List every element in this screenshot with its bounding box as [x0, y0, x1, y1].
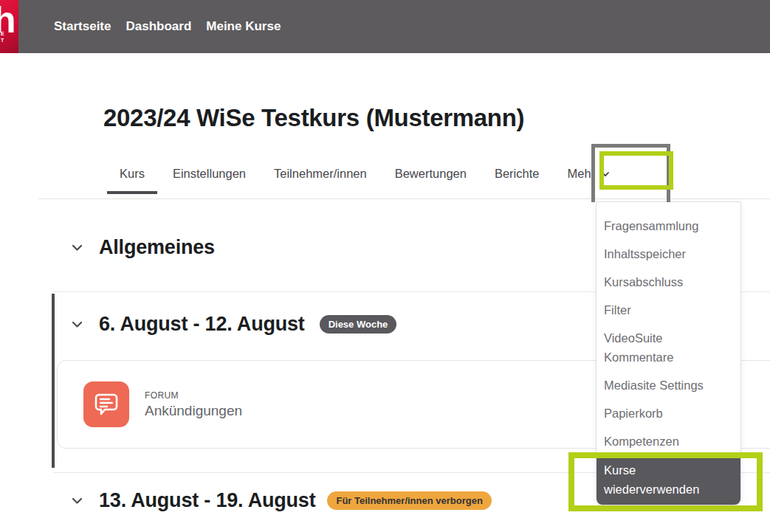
navbar-links: Startseite Dashboard Meine Kurse: [54, 0, 281, 53]
section-allgemeines: Allgemeines: [70, 236, 215, 259]
moodle-course-page: Startseite Dashboard Meine Kurse h E T 2…: [0, 0, 770, 532]
chevron-down-icon[interactable]: [70, 241, 84, 255]
section-week-13-19-august: 13. August - 19. August Für Teilnehmer/i…: [70, 489, 492, 512]
hochschule-logo-icon[interactable]: h E T: [0, 0, 18, 53]
menu-item-videosuite-kommentare[interactable]: VideoSuite Kommentare: [597, 324, 740, 371]
activity-link-ankuendigungen[interactable]: Ankündigungen: [145, 403, 242, 419]
chevron-down-icon[interactable]: [70, 494, 84, 508]
nav-item-meine-kurse[interactable]: Meine Kurse: [206, 19, 281, 34]
section-week-6-12-august: 6. August - 12. August Diese Woche: [70, 313, 396, 336]
menu-item-filter[interactable]: Filter: [597, 296, 740, 324]
course-tabs: Kurs Einstellungen Teilnehmer/innen Bewe…: [106, 156, 624, 194]
nav-item-dashboard[interactable]: Dashboard: [126, 19, 191, 34]
tab-einstellungen[interactable]: Einstellungen: [160, 156, 258, 194]
tab-teilnehmer[interactable]: Teilnehmer/innen: [261, 156, 379, 194]
section-title-week2[interactable]: 13. August - 19. August: [99, 489, 315, 512]
tab-mehr[interactable]: Mehr: [554, 156, 622, 194]
chevron-down-icon: [601, 170, 610, 179]
menu-item-kurse-wiederverwenden[interactable]: Kurse wiederverwenden: [597, 455, 740, 505]
menu-item-inhaltsspeicher[interactable]: Inhaltsspeicher: [597, 240, 740, 268]
forum-activity-row: FORUM Ankündigungen: [83, 381, 242, 427]
tab-kurs[interactable]: Kurs: [107, 156, 157, 194]
activity-text: FORUM Ankündigungen: [145, 390, 242, 419]
menu-item-kompetenzen[interactable]: Kompetenzen: [597, 427, 740, 455]
menu-item-kursabschluss[interactable]: Kursabschluss: [597, 268, 740, 296]
tab-mehr-label: Mehr: [567, 167, 595, 181]
section-title-week1[interactable]: 6. August - 12. August: [99, 313, 305, 336]
page-title: 2023/24 WiSe Testkurs (Mustermann): [103, 104, 524, 132]
tab-berichte[interactable]: Berichte: [482, 156, 552, 194]
menu-item-fragensammlung[interactable]: Fragensammlung: [597, 212, 740, 240]
activity-type-label: FORUM: [145, 390, 242, 401]
menu-item-papierkorb[interactable]: Papierkorb: [597, 399, 740, 427]
tabs-divider: [38, 198, 770, 199]
hidden-from-students-badge: Für Teilnehmer/innen verborgen: [327, 491, 491, 511]
chevron-down-icon[interactable]: [70, 317, 84, 331]
logo-small-text-2: T: [1, 38, 4, 44]
nav-item-startseite[interactable]: Startseite: [54, 19, 111, 34]
current-week-badge: Diese Woche: [320, 315, 397, 334]
menu-item-mediasite-settings[interactable]: Mediasite Settings: [597, 371, 740, 399]
logo-small-text-1: E: [1, 31, 4, 37]
forum-icon: [83, 381, 129, 427]
top-navbar: Startseite Dashboard Meine Kurse: [0, 0, 770, 53]
mehr-dropdown-menu: Fragensammlung Inhaltsspeicher Kursabsch…: [596, 201, 741, 505]
current-week-indicator: [52, 294, 55, 468]
tab-bewertungen[interactable]: Bewertungen: [382, 156, 479, 194]
section-title-allgemeines[interactable]: Allgemeines: [99, 236, 215, 259]
